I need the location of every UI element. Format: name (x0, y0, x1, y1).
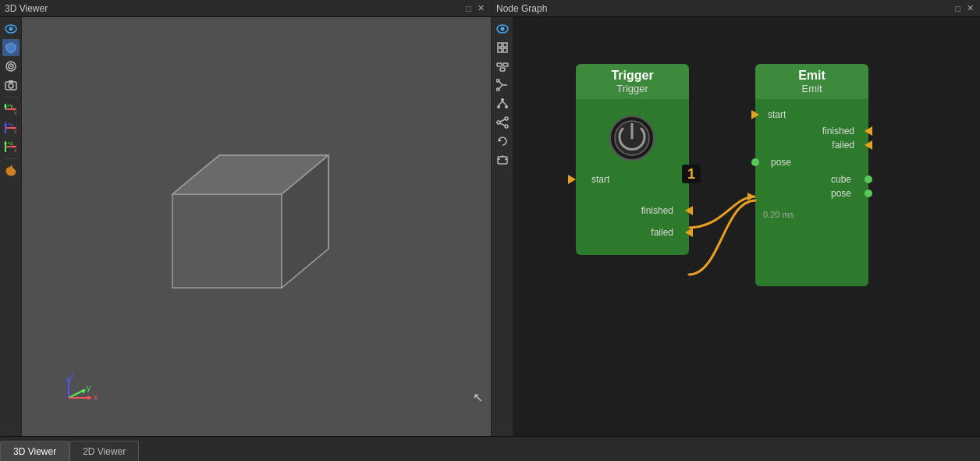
svg-text:y: y (87, 384, 91, 392)
emit-output-cube[interactable]: cube (755, 174, 868, 185)
svg-point-57 (501, 98, 504, 101)
graph-canvas[interactable]: Trigger Trigger (513, 17, 980, 436)
emit-node-header: Emit Emit (755, 64, 868, 99)
trigger-failed-label: failed (651, 227, 673, 238)
axis-z-icon[interactable]: x +z (2, 138, 20, 155)
target-icon[interactable] (2, 58, 20, 75)
svg-rect-51 (500, 68, 505, 71)
emit-output-pose[interactable]: pose (755, 188, 868, 199)
particle-icon[interactable] (2, 162, 20, 179)
ng-share-icon[interactable] (494, 114, 511, 131)
axis-x-icon[interactable]: x +y (2, 101, 20, 118)
toolbar-separator-1 (4, 97, 18, 98)
svg-text:+y: +y (7, 122, 13, 128)
emit-timing: 0.20 ms (755, 205, 868, 224)
svg-rect-68 (498, 157, 507, 164)
svg-text:x: x (14, 129, 17, 134)
viewer-3d-panel: 3D Viewer □ ✕ (0, 0, 492, 436)
viewer-3d-title-group: 3D Viewer (5, 3, 48, 14)
emit-input-pose[interactable]: pose (755, 157, 868, 168)
trigger-node[interactable]: Trigger Trigger (576, 64, 689, 255)
node-graph-minimize-btn[interactable]: □ (953, 4, 962, 13)
shield-icon[interactable] (2, 39, 20, 56)
main-area: 3D Viewer □ ✕ (0, 0, 980, 436)
camera-icon[interactable] (2, 76, 20, 94)
ng-capture-icon[interactable] (494, 151, 511, 168)
tab-3d-viewer[interactable]: 3D Viewer (0, 441, 69, 461)
trigger-finished-label: finished (641, 205, 673, 216)
emit-node-type: Emit (763, 69, 861, 83)
eye-icon[interactable] (2, 20, 20, 37)
ng-grid-icon[interactable] (494, 39, 511, 56)
ng-eye-icon[interactable] (494, 20, 511, 37)
viewer-toolbar: x +y x +y (0, 17, 22, 436)
cursor-indicator: ↖ (473, 390, 483, 405)
emit-failed-arrow (865, 140, 872, 150)
tab-2d-viewer[interactable]: 2D Viewer (69, 441, 139, 461)
trigger-node-body: start finished failed (576, 99, 689, 255)
emit-pose-label: pose (771, 157, 791, 168)
emit-start-arrow (751, 110, 759, 119)
svg-line-60 (499, 101, 502, 105)
emit-pose-out-label: pose (831, 188, 851, 199)
viewer-3d-content: x +y x +y (0, 17, 491, 436)
trigger-output-failed[interactable]: failed (576, 225, 689, 240)
svg-point-63 (497, 121, 500, 124)
emit-pose-out-dot (865, 190, 872, 197)
svg-point-44 (500, 27, 504, 31)
svg-rect-7 (9, 80, 13, 83)
emit-output-failed[interactable]: failed (755, 140, 868, 151)
svg-point-6 (9, 83, 13, 88)
svg-point-4 (10, 66, 12, 67)
svg-marker-41 (87, 395, 92, 400)
trigger-input-start[interactable]: start (576, 172, 689, 187)
viewer-3d-minimize-btn[interactable]: □ (464, 4, 473, 13)
emit-output-finished[interactable]: finished (755, 126, 868, 137)
node-graph-title-group: Node Graph (496, 3, 547, 14)
svg-rect-50 (503, 63, 508, 66)
emit-cube-label: cube (831, 174, 851, 185)
svg-text:x: x (14, 110, 17, 115)
canvas-3d[interactable]: z y x ↖ (22, 17, 491, 436)
emit-failed-label: failed (832, 140, 854, 151)
trigger-output-finished[interactable]: finished (576, 203, 689, 218)
node-graph-title: Node Graph (496, 3, 547, 14)
svg-point-1 (9, 27, 12, 31)
svg-text:x: x (94, 393, 98, 402)
viewer-3d-close-btn[interactable]: ✕ (476, 3, 486, 13)
emit-input-start[interactable]: start (755, 107, 868, 122)
cube-3d (126, 116, 344, 338)
emit-node-subtype: Emit (763, 83, 861, 94)
svg-rect-45 (498, 43, 502, 47)
svg-rect-49 (497, 63, 502, 66)
svg-text:z: z (70, 371, 74, 379)
trigger-start-label: start (591, 174, 609, 185)
ng-refresh-icon[interactable] (494, 133, 511, 150)
viewer-3d-title: 3D Viewer (5, 3, 48, 14)
failed-arrow-out (685, 228, 693, 237)
emit-finished-label: finished (822, 126, 854, 137)
trigger-node-header: Trigger Trigger (576, 64, 689, 99)
axis-y-icon[interactable]: x +y (2, 119, 20, 137)
emit-pose-dot (751, 158, 759, 166)
node-graph-close-btn[interactable]: ✕ (965, 3, 975, 13)
svg-point-62 (505, 117, 508, 120)
ng-nodes-icon[interactable] (494, 58, 511, 75)
emit-node-body: start finished failed (755, 99, 868, 286)
node-graph-content: Trigger Trigger (492, 17, 980, 436)
bottom-tabs: 3D Viewer 2D Viewer (0, 436, 980, 461)
toolbar-separator-2 (4, 158, 18, 159)
start-arrow-in (568, 175, 576, 184)
svg-line-66 (500, 123, 505, 126)
svg-marker-67 (499, 139, 502, 142)
svg-text:x: x (14, 147, 17, 153)
ng-scissors-icon[interactable] (494, 76, 511, 94)
svg-text:+y: +y (7, 103, 13, 109)
svg-point-59 (505, 105, 508, 108)
svg-rect-48 (503, 48, 507, 52)
ng-tree-icon[interactable] (494, 95, 511, 112)
svg-point-64 (505, 125, 508, 128)
trigger-node-subtype: Trigger (584, 83, 681, 94)
emit-node[interactable]: Emit Emit start finished (755, 64, 868, 286)
svg-marker-72 (747, 193, 755, 200)
